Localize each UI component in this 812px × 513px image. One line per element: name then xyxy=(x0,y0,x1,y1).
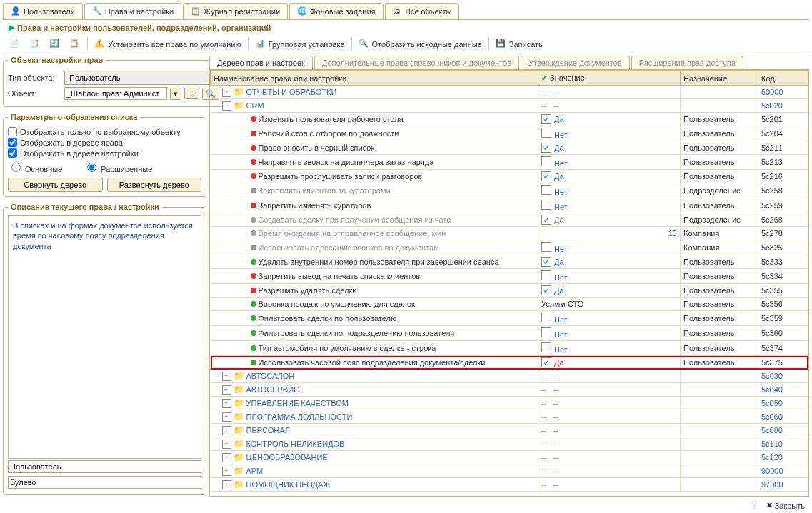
object-input[interactable] xyxy=(64,87,167,100)
grid-row[interactable]: +📁АВТОСЕРВИС-- --5c040 xyxy=(211,383,808,397)
checkbox-icon[interactable]: ✔ xyxy=(541,215,551,225)
close-button[interactable]: ✖ Закрыть xyxy=(766,501,805,510)
row-value[interactable]: 10 xyxy=(668,229,677,238)
grid-row[interactable]: Рабочий стол с отбором по должностиНетПо… xyxy=(211,126,808,141)
col-name[interactable]: Наименование права или настройки xyxy=(211,71,538,86)
row-value[interactable]: Нет xyxy=(554,273,568,282)
chk-tree-rights[interactable] xyxy=(8,138,17,147)
inner-tab[interactable]: Дополнительные права справочников и доку… xyxy=(314,56,519,69)
row-value[interactable]: Да xyxy=(554,258,564,266)
checkbox-icon[interactable]: ✔ xyxy=(541,114,551,124)
expand-icon[interactable]: + xyxy=(222,426,231,435)
row-value[interactable]: Да xyxy=(554,143,564,152)
collapse-tree-button[interactable]: Свернуть дерево xyxy=(8,178,103,192)
grid-row[interactable]: −📁CRM-- --5c020 xyxy=(211,99,808,113)
expand-icon[interactable]: + xyxy=(222,440,231,449)
grid-row[interactable]: +📁АВТОСАЛОН-- --5c030 xyxy=(211,370,808,383)
save-button[interactable]: 💾Записать xyxy=(492,36,546,52)
grid-row[interactable]: +📁АРМ-- --90000 xyxy=(211,464,808,478)
group-set-button[interactable]: 📊Групповая установка xyxy=(251,36,349,52)
grid-row[interactable]: Разрешить удалять сделки✔ДаПользователь5… xyxy=(211,284,808,298)
grid-row[interactable]: Время ожидания на отправленное сообщение… xyxy=(211,227,808,240)
checkbox-icon[interactable]: ✔ xyxy=(541,285,551,295)
toolbar-btn-4[interactable]: 📋 xyxy=(66,36,84,52)
grid-row[interactable]: Запретить вывод на печать списка клиенто… xyxy=(211,269,808,284)
row-value[interactable]: Нет xyxy=(554,330,568,339)
grid-row[interactable]: Изменять пользователя рабочего стола✔ДаП… xyxy=(211,113,808,126)
show-source-button[interactable]: 🔍Отобразить исходные данные xyxy=(355,36,486,52)
checkbox-icon[interactable]: ✔ xyxy=(541,143,551,153)
grid-row[interactable]: Фильтровать сделки по пользователюНетПол… xyxy=(211,311,808,326)
grid-row[interactable]: +📁ПЕРСОНАЛ-- --5c080 xyxy=(211,424,808,437)
expand-icon[interactable]: + xyxy=(222,399,231,408)
row-value[interactable]: Да xyxy=(554,115,564,123)
expand-tree-button[interactable]: Развернуть дерево xyxy=(107,178,202,192)
expand-icon[interactable]: + xyxy=(222,453,231,462)
col-value[interactable]: ✔ Значение xyxy=(538,71,681,86)
radio-basic[interactable] xyxy=(11,163,21,172)
radio-ext-label[interactable]: Расширенные xyxy=(84,161,152,173)
row-value[interactable]: Да xyxy=(554,215,564,224)
toolbar-btn-3[interactable]: 🔄 xyxy=(46,36,64,52)
checkbox-icon[interactable]: ✔ xyxy=(541,171,551,181)
assignment-display[interactable] xyxy=(8,460,201,473)
top-tab[interactable]: 🔧Права и настройки xyxy=(84,3,181,19)
col-assign[interactable]: Назначение xyxy=(681,71,758,86)
grid-row[interactable]: +📁ПОМОЩНИК ПРОДАЖ-- --97000 xyxy=(211,478,808,492)
inner-tab[interactable]: Дерево прав и настроек xyxy=(209,56,313,69)
checkbox-icon[interactable] xyxy=(541,342,551,352)
row-value[interactable]: Нет xyxy=(554,203,568,211)
grid-row[interactable]: +📁ОТЧЕТЫ И ОБРАБОТКИ-- --50000 xyxy=(211,86,808,99)
top-tab[interactable]: 👤Пользователи xyxy=(3,3,83,19)
grid-row[interactable]: Направлять звонок на диспетчера заказ-на… xyxy=(211,155,808,170)
expand-icon[interactable]: + xyxy=(222,480,231,489)
row-value[interactable]: Нет xyxy=(554,188,568,196)
grid-row[interactable]: +📁ЦЕНООБРАЗОВАНИЕ-- --5c120 xyxy=(211,451,808,464)
row-value[interactable]: Да xyxy=(554,286,564,295)
grid-row[interactable]: Тип автомобиля по умолчанию в сделке - с… xyxy=(211,341,808,356)
checkbox-icon[interactable] xyxy=(541,185,551,195)
checkbox-icon[interactable]: ✔ xyxy=(541,357,551,367)
toolbar-btn-2[interactable]: 📑 xyxy=(26,36,44,52)
row-value[interactable]: Нет xyxy=(554,159,568,168)
grid-row[interactable]: Использовать часовой пояс подразделения … xyxy=(211,356,808,370)
radio-basic-label[interactable]: Основные xyxy=(8,161,62,173)
checkbox-icon[interactable] xyxy=(541,200,551,210)
grid-row[interactable]: Воронка продаж по умолчанию для сделокУс… xyxy=(211,298,808,311)
checkbox-icon[interactable] xyxy=(541,156,551,166)
grid-row[interactable]: +📁КОНТРОЛЬ НЕЛИКВИДОВ-- --5c110 xyxy=(211,437,808,451)
expand-icon[interactable]: + xyxy=(222,412,231,422)
checkbox-icon[interactable] xyxy=(541,128,551,138)
row-value[interactable]: Да xyxy=(554,172,564,181)
grid-row[interactable]: +📁УПРАВЛЕНИЕ КАЧЕСТВОМ-- --5c050 xyxy=(211,397,808,410)
grid-row[interactable]: Удалять внутренний номер пользователя пр… xyxy=(211,255,808,269)
checkbox-icon[interactable] xyxy=(541,327,551,337)
grid-row[interactable]: Закреплять клиентов за кураторамиНетПодр… xyxy=(211,183,808,198)
top-tab[interactable]: 🗂Все объекты xyxy=(385,3,460,19)
expand-icon[interactable]: + xyxy=(222,385,231,395)
grid-row[interactable]: +📁ПРОГРАММА ЛОЯЛЬНОСТИ-- --5c060 xyxy=(211,410,808,424)
checkbox-icon[interactable] xyxy=(541,313,551,322)
grid-row[interactable]: Право вносить в черный список✔ДаПользова… xyxy=(211,141,808,155)
row-value[interactable]: Нет xyxy=(554,315,568,324)
grid-row[interactable]: Использовать адресацию звонков по докуме… xyxy=(211,240,808,255)
type-select[interactable]: Пользователь xyxy=(64,71,219,85)
expand-icon[interactable]: + xyxy=(222,88,231,97)
grid-row[interactable]: Фильтровать сделки по подразделению поль… xyxy=(211,326,808,341)
grid-row[interactable]: Разрешить прослушивать записи разговоров… xyxy=(211,170,808,183)
help-button[interactable]: ❔ xyxy=(749,501,759,510)
top-tab[interactable]: 📋Журнал регистрации xyxy=(183,3,288,19)
inner-tab[interactable]: Расширение прав доступа xyxy=(631,56,743,69)
expand-icon[interactable]: + xyxy=(222,372,231,381)
checkbox-icon[interactable] xyxy=(541,242,551,252)
chk-tree-settings[interactable] xyxy=(8,148,17,158)
object-dropdown-button[interactable]: ▾ xyxy=(170,88,181,100)
set-default-button[interactable]: ⚠️Установить все права по умолчанию xyxy=(91,36,245,52)
object-lookup-button[interactable]: … xyxy=(184,88,199,99)
grid-row[interactable]: Запретить изменять кураторовНетПользоват… xyxy=(211,198,808,213)
inner-tab[interactable]: Утверждение документов xyxy=(521,56,630,69)
col-code[interactable]: Код xyxy=(758,71,808,86)
toolbar-btn-1[interactable]: 📄 xyxy=(6,36,24,52)
radio-extended[interactable] xyxy=(87,163,96,172)
row-value[interactable]: Услуги СТО xyxy=(541,300,583,308)
